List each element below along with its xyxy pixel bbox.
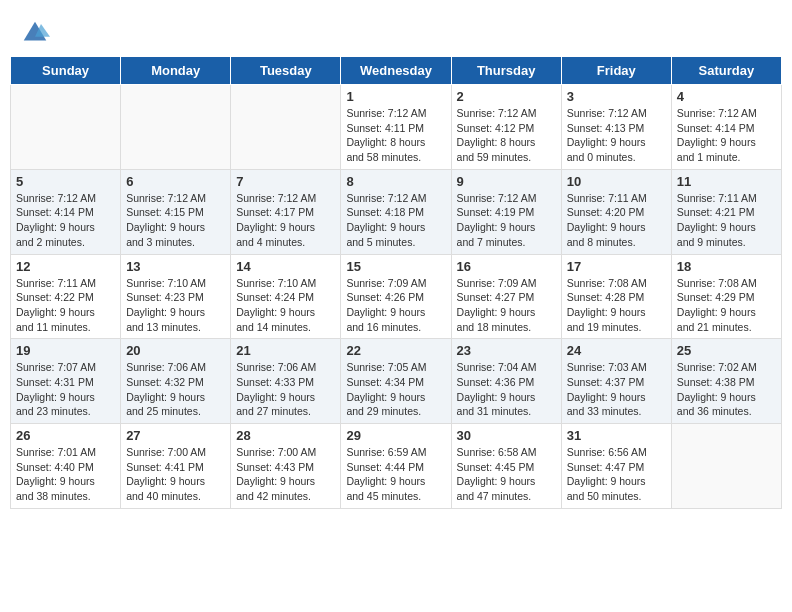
day-info: Sunrise: 7:09 AM Sunset: 4:26 PM Dayligh… (346, 276, 445, 335)
calendar-cell: 18Sunrise: 7:08 AM Sunset: 4:29 PM Dayli… (671, 254, 781, 339)
day-info: Sunrise: 7:12 AM Sunset: 4:19 PM Dayligh… (457, 191, 556, 250)
calendar-cell: 25Sunrise: 7:02 AM Sunset: 4:38 PM Dayli… (671, 339, 781, 424)
day-number: 6 (126, 174, 225, 189)
calendar-cell: 3Sunrise: 7:12 AM Sunset: 4:13 PM Daylig… (561, 85, 671, 170)
calendar-week-2: 5Sunrise: 7:12 AM Sunset: 4:14 PM Daylig… (11, 169, 782, 254)
day-info: Sunrise: 7:10 AM Sunset: 4:23 PM Dayligh… (126, 276, 225, 335)
day-info: Sunrise: 7:11 AM Sunset: 4:22 PM Dayligh… (16, 276, 115, 335)
calendar-cell (671, 424, 781, 509)
day-number: 22 (346, 343, 445, 358)
calendar-cell: 14Sunrise: 7:10 AM Sunset: 4:24 PM Dayli… (231, 254, 341, 339)
day-number: 3 (567, 89, 666, 104)
day-number: 21 (236, 343, 335, 358)
calendar-cell: 5Sunrise: 7:12 AM Sunset: 4:14 PM Daylig… (11, 169, 121, 254)
calendar-cell: 4Sunrise: 7:12 AM Sunset: 4:14 PM Daylig… (671, 85, 781, 170)
logo-icon (20, 18, 50, 48)
calendar-cell: 1Sunrise: 7:12 AM Sunset: 4:11 PM Daylig… (341, 85, 451, 170)
day-info: Sunrise: 7:06 AM Sunset: 4:32 PM Dayligh… (126, 360, 225, 419)
day-info: Sunrise: 7:11 AM Sunset: 4:21 PM Dayligh… (677, 191, 776, 250)
day-number: 16 (457, 259, 556, 274)
weekday-header-monday: Monday (121, 57, 231, 85)
day-info: Sunrise: 7:08 AM Sunset: 4:29 PM Dayligh… (677, 276, 776, 335)
calendar-cell: 26Sunrise: 7:01 AM Sunset: 4:40 PM Dayli… (11, 424, 121, 509)
day-number: 30 (457, 428, 556, 443)
logo (20, 18, 52, 48)
calendar-week-3: 12Sunrise: 7:11 AM Sunset: 4:22 PM Dayli… (11, 254, 782, 339)
header (10, 10, 782, 52)
day-info: Sunrise: 7:10 AM Sunset: 4:24 PM Dayligh… (236, 276, 335, 335)
day-info: Sunrise: 6:59 AM Sunset: 4:44 PM Dayligh… (346, 445, 445, 504)
calendar-cell: 12Sunrise: 7:11 AM Sunset: 4:22 PM Dayli… (11, 254, 121, 339)
day-info: Sunrise: 7:12 AM Sunset: 4:18 PM Dayligh… (346, 191, 445, 250)
calendar-cell: 30Sunrise: 6:58 AM Sunset: 4:45 PM Dayli… (451, 424, 561, 509)
calendar-cell: 22Sunrise: 7:05 AM Sunset: 4:34 PM Dayli… (341, 339, 451, 424)
day-number: 9 (457, 174, 556, 189)
day-number: 5 (16, 174, 115, 189)
day-info: Sunrise: 7:02 AM Sunset: 4:38 PM Dayligh… (677, 360, 776, 419)
calendar-cell: 16Sunrise: 7:09 AM Sunset: 4:27 PM Dayli… (451, 254, 561, 339)
day-info: Sunrise: 7:08 AM Sunset: 4:28 PM Dayligh… (567, 276, 666, 335)
calendar-cell: 13Sunrise: 7:10 AM Sunset: 4:23 PM Dayli… (121, 254, 231, 339)
day-number: 17 (567, 259, 666, 274)
calendar-cell: 28Sunrise: 7:00 AM Sunset: 4:43 PM Dayli… (231, 424, 341, 509)
calendar-cell: 11Sunrise: 7:11 AM Sunset: 4:21 PM Dayli… (671, 169, 781, 254)
day-number: 12 (16, 259, 115, 274)
day-number: 14 (236, 259, 335, 274)
day-number: 7 (236, 174, 335, 189)
day-info: Sunrise: 7:04 AM Sunset: 4:36 PM Dayligh… (457, 360, 556, 419)
calendar-cell (121, 85, 231, 170)
day-number: 27 (126, 428, 225, 443)
day-info: Sunrise: 7:12 AM Sunset: 4:15 PM Dayligh… (126, 191, 225, 250)
calendar-cell: 24Sunrise: 7:03 AM Sunset: 4:37 PM Dayli… (561, 339, 671, 424)
calendar-cell: 10Sunrise: 7:11 AM Sunset: 4:20 PM Dayli… (561, 169, 671, 254)
calendar-week-1: 1Sunrise: 7:12 AM Sunset: 4:11 PM Daylig… (11, 85, 782, 170)
weekday-header-friday: Friday (561, 57, 671, 85)
day-number: 20 (126, 343, 225, 358)
day-info: Sunrise: 7:12 AM Sunset: 4:13 PM Dayligh… (567, 106, 666, 165)
calendar-cell: 9Sunrise: 7:12 AM Sunset: 4:19 PM Daylig… (451, 169, 561, 254)
day-number: 18 (677, 259, 776, 274)
day-info: Sunrise: 7:00 AM Sunset: 4:41 PM Dayligh… (126, 445, 225, 504)
day-number: 19 (16, 343, 115, 358)
calendar-header: SundayMondayTuesdayWednesdayThursdayFrid… (11, 57, 782, 85)
day-info: Sunrise: 7:06 AM Sunset: 4:33 PM Dayligh… (236, 360, 335, 419)
calendar-cell: 27Sunrise: 7:00 AM Sunset: 4:41 PM Dayli… (121, 424, 231, 509)
day-info: Sunrise: 6:58 AM Sunset: 4:45 PM Dayligh… (457, 445, 556, 504)
day-info: Sunrise: 7:07 AM Sunset: 4:31 PM Dayligh… (16, 360, 115, 419)
day-info: Sunrise: 7:12 AM Sunset: 4:17 PM Dayligh… (236, 191, 335, 250)
day-info: Sunrise: 7:12 AM Sunset: 4:14 PM Dayligh… (16, 191, 115, 250)
calendar-table: SundayMondayTuesdayWednesdayThursdayFrid… (10, 56, 782, 509)
day-info: Sunrise: 7:09 AM Sunset: 4:27 PM Dayligh… (457, 276, 556, 335)
day-number: 8 (346, 174, 445, 189)
calendar-cell: 15Sunrise: 7:09 AM Sunset: 4:26 PM Dayli… (341, 254, 451, 339)
calendar-cell: 29Sunrise: 6:59 AM Sunset: 4:44 PM Dayli… (341, 424, 451, 509)
calendar-cell: 23Sunrise: 7:04 AM Sunset: 4:36 PM Dayli… (451, 339, 561, 424)
calendar-week-5: 26Sunrise: 7:01 AM Sunset: 4:40 PM Dayli… (11, 424, 782, 509)
day-info: Sunrise: 7:00 AM Sunset: 4:43 PM Dayligh… (236, 445, 335, 504)
day-number: 1 (346, 89, 445, 104)
calendar-cell: 19Sunrise: 7:07 AM Sunset: 4:31 PM Dayli… (11, 339, 121, 424)
calendar-cell: 21Sunrise: 7:06 AM Sunset: 4:33 PM Dayli… (231, 339, 341, 424)
weekday-header-sunday: Sunday (11, 57, 121, 85)
calendar-cell (11, 85, 121, 170)
day-info: Sunrise: 7:05 AM Sunset: 4:34 PM Dayligh… (346, 360, 445, 419)
day-number: 31 (567, 428, 666, 443)
calendar-cell (231, 85, 341, 170)
weekday-header-tuesday: Tuesday (231, 57, 341, 85)
day-number: 28 (236, 428, 335, 443)
day-info: Sunrise: 7:01 AM Sunset: 4:40 PM Dayligh… (16, 445, 115, 504)
day-number: 23 (457, 343, 556, 358)
weekday-header-wednesday: Wednesday (341, 57, 451, 85)
day-info: Sunrise: 7:03 AM Sunset: 4:37 PM Dayligh… (567, 360, 666, 419)
calendar-week-4: 19Sunrise: 7:07 AM Sunset: 4:31 PM Dayli… (11, 339, 782, 424)
calendar-cell: 8Sunrise: 7:12 AM Sunset: 4:18 PM Daylig… (341, 169, 451, 254)
day-number: 26 (16, 428, 115, 443)
day-info: Sunrise: 7:11 AM Sunset: 4:20 PM Dayligh… (567, 191, 666, 250)
calendar-cell: 31Sunrise: 6:56 AM Sunset: 4:47 PM Dayli… (561, 424, 671, 509)
day-number: 24 (567, 343, 666, 358)
calendar-body: 1Sunrise: 7:12 AM Sunset: 4:11 PM Daylig… (11, 85, 782, 509)
weekday-header-saturday: Saturday (671, 57, 781, 85)
calendar-cell: 6Sunrise: 7:12 AM Sunset: 4:15 PM Daylig… (121, 169, 231, 254)
day-info: Sunrise: 6:56 AM Sunset: 4:47 PM Dayligh… (567, 445, 666, 504)
day-number: 29 (346, 428, 445, 443)
